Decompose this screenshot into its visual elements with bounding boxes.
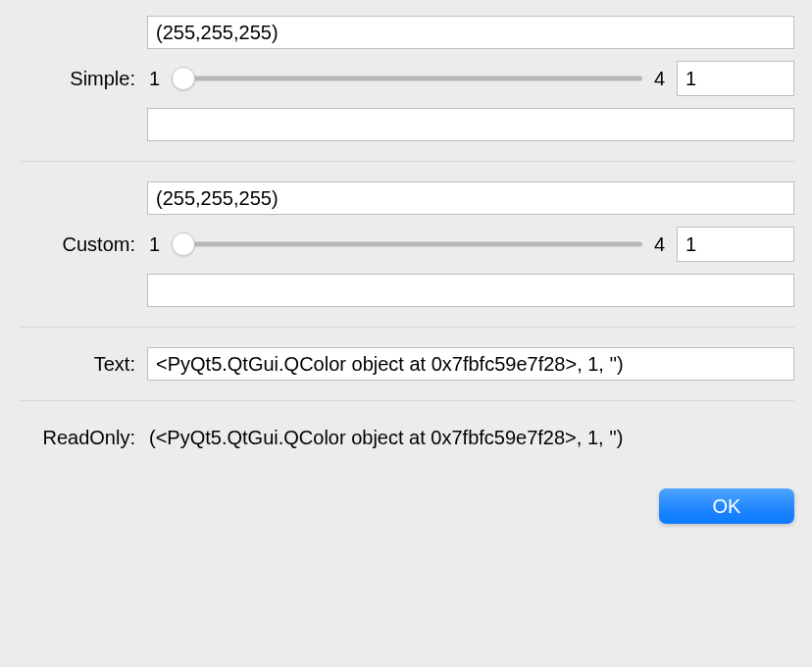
simple-slider-cell: 1 4	[147, 61, 794, 96]
simple-slider-row: Simple: 1 4	[10, 55, 794, 102]
simple-text-row	[10, 102, 794, 147]
custom-slider-thumb[interactable]	[172, 232, 195, 256]
readonly-label: ReadOnly:	[10, 427, 147, 449]
custom-text-input[interactable]	[147, 274, 794, 307]
simple-color-input[interactable]	[147, 16, 794, 49]
custom-slider-min: 1	[147, 233, 162, 256]
settings-form: Simple: 1 4 Custom: 1	[0, 0, 812, 461]
custom-spin-input[interactable]	[677, 227, 794, 262]
simple-slider-track	[172, 77, 642, 81]
text-row: Text:	[10, 341, 794, 386]
text-label: Text:	[10, 353, 147, 376]
readonly-value: (<PyQt5.QtGui.QColor object at 0x7fbfc59…	[147, 421, 623, 455]
simple-text-cell	[147, 108, 794, 141]
separator	[20, 400, 794, 401]
ok-button[interactable]: OK	[659, 488, 794, 524]
custom-text-row	[10, 268, 794, 313]
text-input[interactable]	[147, 347, 794, 381]
custom-slider[interactable]	[172, 231, 642, 258]
simple-label: Simple:	[10, 68, 147, 90]
custom-text-cell	[147, 274, 794, 307]
text-cell	[147, 347, 794, 381]
simple-slider-max: 4	[652, 68, 667, 90]
custom-color-row	[10, 176, 794, 221]
custom-slider-max: 4	[652, 233, 667, 256]
custom-color-cell	[147, 181, 794, 215]
simple-color-row	[10, 10, 794, 55]
readonly-cell: (<PyQt5.QtGui.QColor object at 0x7fbfc59…	[147, 421, 794, 455]
separator	[20, 327, 794, 328]
simple-color-cell	[147, 16, 794, 49]
simple-slider[interactable]	[172, 65, 642, 92]
custom-slider-row: Custom: 1 4	[10, 221, 794, 268]
simple-spin-input[interactable]	[677, 61, 794, 96]
simple-text-input[interactable]	[147, 108, 794, 141]
custom-label: Custom:	[10, 233, 147, 256]
custom-slider-cell: 1 4	[147, 227, 794, 262]
separator	[20, 161, 794, 162]
simple-slider-thumb[interactable]	[172, 67, 195, 90]
custom-color-input[interactable]	[147, 181, 794, 215]
simple-slider-min: 1	[147, 68, 162, 90]
button-bar: OK	[0, 461, 812, 524]
readonly-row: ReadOnly: (<PyQt5.QtGui.QColor object at…	[10, 415, 794, 461]
custom-slider-track	[172, 242, 642, 247]
